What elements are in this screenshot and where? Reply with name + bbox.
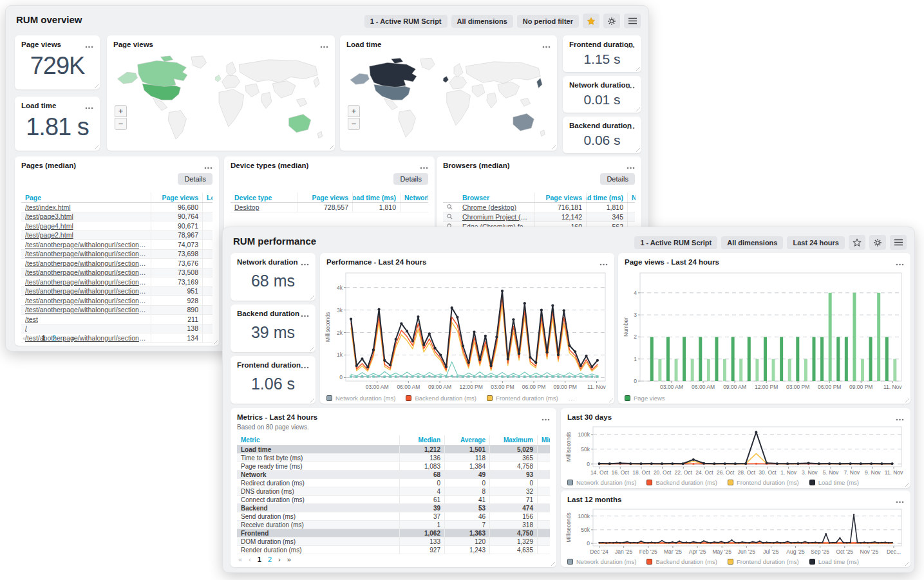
table-link[interactable]: /test/anotherpage/withalongurl/section18… — [25, 268, 147, 276]
zoom-out-button[interactable]: − — [348, 118, 360, 130]
column-header[interactable]: Network duration (ms) — [400, 192, 428, 202]
map-region-europe[interactable] — [227, 62, 236, 76]
zoom-out-button[interactable]: − — [115, 118, 127, 130]
column-header[interactable]: Page views — [151, 192, 202, 202]
map-region-canada[interactable] — [370, 62, 417, 88]
active-rum-script-button[interactable]: 1 - Active RUM Script — [364, 15, 448, 28]
menu-hamburger-icon[interactable] — [624, 14, 641, 28]
column-header[interactable]: Load time (ms) — [352, 192, 400, 202]
dimensions-filter-button[interactable]: All dimensions — [721, 236, 783, 249]
period-filter-button[interactable]: No period filter — [517, 15, 579, 28]
map-region-india[interactable] — [487, 93, 497, 108]
panel-menu-icon[interactable] — [625, 120, 636, 133]
map-region-sea[interactable] — [296, 98, 306, 106]
details-button[interactable]: Details — [600, 173, 635, 185]
panel-menu-icon[interactable] — [625, 160, 636, 173]
table-link[interactable]: /test/page2.html — [25, 231, 147, 239]
map-region-europe[interactable] — [454, 64, 463, 77]
legend-item[interactable]: Backend duration (ms) — [646, 558, 717, 565]
column-header[interactable]: Load time (ms) — [202, 192, 212, 202]
legend-item[interactable]: Backend duration (ms) — [406, 395, 476, 402]
legend-item[interactable]: Frontend duration (ms) — [728, 479, 799, 486]
table-link[interactable]: /test/anotherpage/withalongurl/section18… — [25, 287, 147, 295]
magnifier-icon[interactable] — [443, 213, 458, 221]
table-link[interactable]: /test — [25, 315, 147, 323]
column-header[interactable]: Average — [444, 435, 489, 445]
pagination-item[interactable]: 1 — [258, 556, 261, 563]
menu-hamburger-icon[interactable] — [890, 235, 907, 250]
map-region-china[interactable] — [498, 82, 520, 98]
legend-item[interactable]: Page views — [625, 395, 665, 402]
pagination-item[interactable]: 1 — [42, 334, 46, 342]
map-region-nz[interactable] — [317, 131, 322, 138]
map-region-africa[interactable] — [219, 89, 244, 127]
table-link[interactable]: /test/anotherpage/withalongurl/section18… — [25, 306, 147, 313]
panel-menu-icon[interactable] — [598, 257, 609, 269]
map-region-greenland[interactable] — [191, 56, 207, 68]
map-region-nz[interactable] — [540, 130, 545, 136]
map-region-canada[interactable] — [160, 56, 173, 62]
legend-more[interactable]: ... — [569, 395, 576, 402]
pagination-item[interactable]: ‹ — [33, 334, 35, 342]
map-region-japan[interactable] — [537, 78, 542, 88]
table-link[interactable]: /test/anotherpage/withalongurl/section18… — [25, 259, 147, 267]
pagination-item[interactable]: » — [71, 334, 75, 342]
column-header[interactable]: Load time (ms) — [586, 192, 627, 202]
legend-item[interactable]: Frontend duration (ms) — [728, 558, 799, 565]
column-header[interactable]: Device type — [231, 194, 297, 201]
map-region-africa[interactable] — [447, 90, 471, 126]
settings-gear-icon[interactable] — [869, 235, 886, 250]
pagination-item[interactable]: 2 — [52, 334, 56, 342]
panel-menu-icon[interactable] — [625, 39, 636, 51]
column-header[interactable]: Network duration (ms) — [627, 192, 636, 202]
map-region-samerica[interactable] — [168, 111, 186, 140]
favorite-star-icon[interactable] — [849, 235, 865, 250]
table-link[interactable]: /test/anotherpage/withalongurl/section18… — [25, 241, 147, 248]
panel-menu-icon[interactable] — [894, 257, 905, 269]
panel-menu-icon[interactable] — [625, 80, 636, 92]
legend-item[interactable]: Network duration (ms) — [326, 395, 395, 402]
table-link[interactable]: Chrome (desktop) — [462, 203, 531, 211]
zoom-in-button[interactable]: + — [348, 105, 360, 117]
map-region-usa[interactable] — [142, 84, 180, 100]
panel-menu-icon[interactable] — [319, 39, 330, 51]
map-region-alaska[interactable] — [117, 72, 137, 84]
pagination-item[interactable]: 2 — [268, 556, 272, 563]
table-link[interactable]: /test/anotherpage/withalongurl/section18… — [25, 278, 147, 286]
column-header[interactable]: Page views — [534, 192, 586, 202]
magnifier-icon[interactable] — [443, 203, 458, 211]
active-rum-script-button[interactable]: 1 - Active RUM Script — [634, 236, 717, 249]
panel-menu-icon[interactable] — [299, 308, 310, 321]
table-link[interactable]: Desktop — [234, 203, 293, 211]
panel-menu-icon[interactable] — [541, 39, 552, 51]
period-filter-button[interactable]: Last 24 hours — [787, 236, 845, 249]
table-link[interactable]: Chromium Project (desktop) — [462, 213, 531, 221]
legend-item[interactable]: Load time (ms) — [809, 558, 859, 565]
settings-gear-icon[interactable] — [603, 14, 620, 28]
favorite-star-icon[interactable] — [583, 14, 599, 28]
map-region-europe[interactable] — [449, 76, 467, 89]
table-link[interactable]: /test/page3.html — [25, 212, 147, 220]
map-region-japan[interactable] — [314, 77, 319, 88]
column-header[interactable]: Page views — [297, 192, 352, 202]
legend-item[interactable]: Frontend duration (ms) — [487, 395, 558, 402]
legend-item[interactable]: Load time (ms) — [809, 479, 859, 486]
table-link[interactable]: / — [25, 324, 147, 332]
pagination-item[interactable]: › — [62, 334, 65, 342]
map-region-mideast[interactable] — [472, 84, 485, 97]
map-region-usa[interactable] — [374, 84, 411, 100]
map-region-uk[interactable] — [215, 75, 221, 82]
table-link[interactable]: /test/anotherpage/withalongurl/section18… — [25, 297, 147, 304]
map-region-mideast[interactable] — [246, 84, 259, 97]
pagination-item[interactable]: » — [287, 556, 291, 563]
table-link[interactable]: /test/anotherpage/withalongurl/section18… — [25, 250, 147, 257]
table-link[interactable]: /test/index.html — [25, 203, 147, 211]
column-header[interactable]: Maximum — [489, 435, 537, 445]
map-region-china[interactable] — [272, 81, 296, 98]
column-header[interactable]: Median — [399, 435, 444, 445]
panel-menu-icon[interactable] — [299, 257, 310, 269]
details-button[interactable]: Details — [178, 173, 212, 185]
panel-menu-icon[interactable] — [84, 39, 95, 51]
map-region-australia[interactable] — [289, 115, 311, 133]
map-region-greenland[interactable] — [420, 58, 435, 70]
